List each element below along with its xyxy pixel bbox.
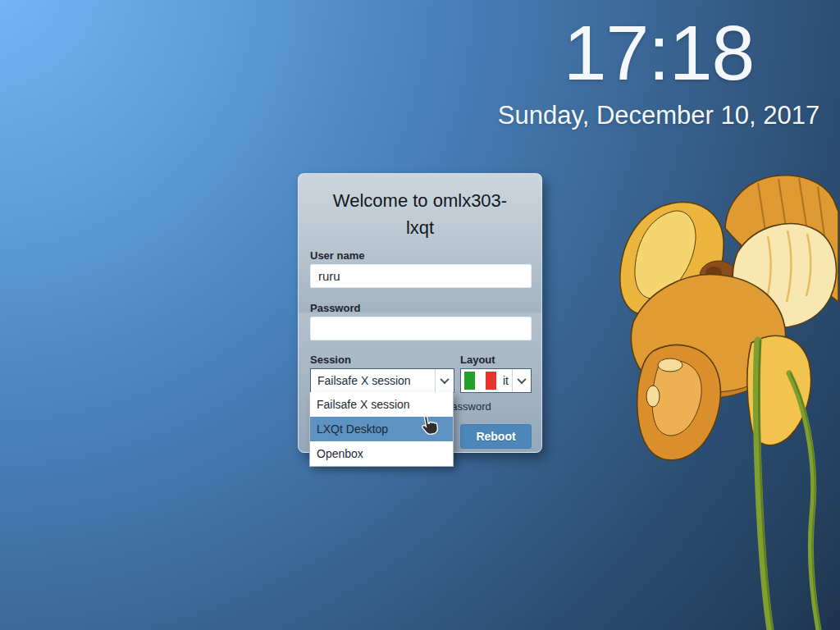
layout-selected-value: it xyxy=(496,374,512,387)
username-input[interactable] xyxy=(310,264,532,288)
session-label: Session xyxy=(310,354,351,366)
wallpaper-flower-illustration xyxy=(594,150,840,630)
session-select[interactable]: Failsafe X session xyxy=(310,368,454,393)
welcome-title: Welcome to omlx303-lxqt xyxy=(319,187,521,241)
layout-select[interactable]: it xyxy=(460,368,532,393)
password-label: Password xyxy=(310,302,360,314)
clock-block: 17:18 Sunday, December 10, 2017 xyxy=(480,13,838,130)
italy-flag-icon xyxy=(464,372,496,390)
chevron-down-icon xyxy=(517,375,526,384)
clock-date: Sunday, December 10, 2017 xyxy=(480,101,838,130)
hand-pointer-cursor-icon xyxy=(414,410,445,442)
chevron-down-icon xyxy=(440,375,449,384)
password-input[interactable] xyxy=(310,317,532,340)
session-option-openbox[interactable]: Openbox xyxy=(310,441,453,466)
reboot-button[interactable]: Reboot xyxy=(460,424,532,449)
layout-select-arrow[interactable] xyxy=(512,369,531,392)
session-selected-value: Failsafe X session xyxy=(311,374,435,387)
clock-time: 17:18 xyxy=(480,13,838,93)
username-label: User name xyxy=(310,249,364,262)
session-select-arrow[interactable] xyxy=(435,369,454,392)
layout-label: Layout xyxy=(460,354,495,366)
